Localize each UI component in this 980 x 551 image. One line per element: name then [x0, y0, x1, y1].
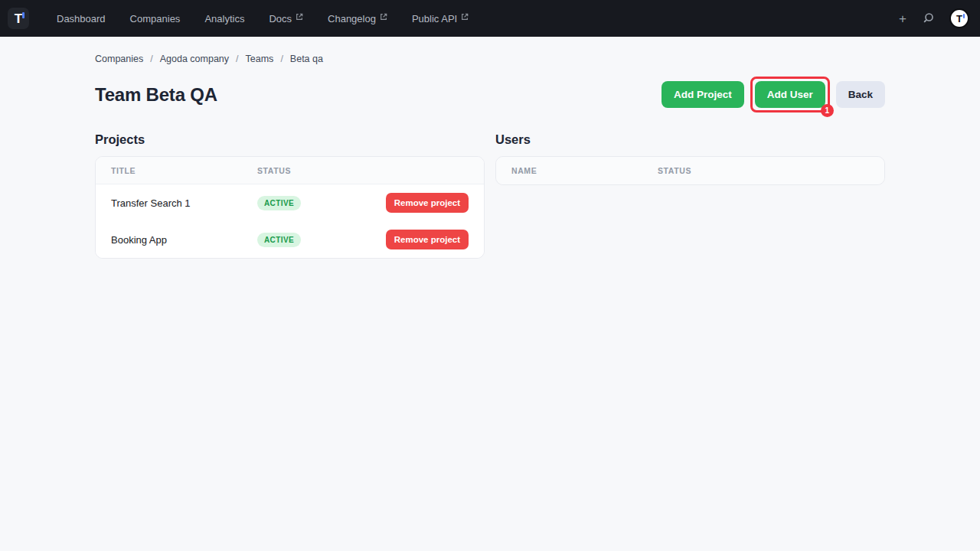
breadcrumb: Companies / Agoda company / Teams / Beta… [95, 54, 885, 64]
top-navbar: T Dashboard Companies Analytics Docs Cha… [0, 0, 980, 37]
table-row: Booking App ACTIVE Remove project [96, 221, 484, 258]
annotation-highlight-box: Add User 1 [750, 77, 830, 112]
breadcrumb-agoda-company[interactable]: Agoda company [160, 54, 229, 64]
project-status-cell: ACTIVE [257, 232, 386, 247]
project-title: Transfer Search 1 [96, 197, 257, 209]
nav-item-label: Docs [269, 13, 292, 24]
project-title: Booking App [96, 234, 257, 246]
breadcrumb-separator: / [280, 54, 283, 64]
projects-column-status: Status [257, 166, 484, 175]
nav-item-changelog[interactable]: Changelog [328, 13, 387, 24]
project-action-cell: Remove project [386, 230, 484, 249]
add-user-button[interactable]: Add User [755, 81, 825, 108]
search-icon[interactable] [922, 12, 934, 24]
users-heading: Users [495, 132, 885, 147]
external-link-icon [296, 13, 303, 21]
nav-item-label: Dashboard [57, 13, 106, 24]
breadcrumb-companies[interactable]: Companies [95, 54, 143, 64]
users-section: Users Name Status [495, 132, 885, 259]
project-action-cell: Remove project [386, 193, 484, 213]
nav-item-dashboard[interactable]: Dashboard [57, 13, 106, 24]
breadcrumb-separator: / [236, 54, 238, 64]
app-logo[interactable]: T [8, 8, 29, 29]
external-link-icon [380, 13, 387, 21]
external-link-icon [461, 13, 469, 21]
users-table: Name Status [495, 156, 885, 185]
breadcrumb-separator: / [150, 54, 152, 64]
user-avatar[interactable]: T [949, 8, 969, 28]
projects-table-header: Title Status [96, 157, 484, 184]
users-table-header: Name Status [496, 157, 884, 184]
logo-letter: T [15, 12, 22, 25]
add-project-button[interactable]: Add Project [662, 81, 744, 108]
status-badge: ACTIVE [257, 196, 301, 210]
projects-section: Projects Title Status Transfer Search 1 … [95, 132, 485, 259]
remove-project-button[interactable]: Remove project [386, 230, 469, 249]
page-actions: Add Project Add User 1 Back [662, 77, 885, 112]
nav-item-label: Companies [130, 13, 181, 24]
nav-item-label: Public API [412, 13, 457, 24]
back-button[interactable]: Back [836, 81, 885, 108]
breadcrumb-teams[interactable]: Teams [246, 54, 274, 64]
avatar-accent [963, 14, 965, 18]
plus-icon[interactable]: + [899, 12, 906, 25]
navbar-right: + T [899, 8, 969, 28]
remove-project-button[interactable]: Remove project [386, 193, 469, 213]
nav-item-label: Analytics [204, 13, 244, 24]
projects-table: Title Status Transfer Search 1 ACTIVE Re… [95, 156, 485, 259]
projects-column-title: Title [96, 166, 257, 175]
projects-heading: Projects [95, 132, 485, 147]
annotation-step-badge: 1 [821, 104, 834, 117]
nav-item-public-api[interactable]: Public API [412, 13, 469, 24]
table-row: Transfer Search 1 ACTIVE Remove project [96, 184, 484, 221]
content-columns: Projects Title Status Transfer Search 1 … [95, 132, 885, 259]
nav-item-analytics[interactable]: Analytics [204, 13, 244, 24]
nav-item-label: Changelog [328, 13, 376, 24]
users-column-status: Status [658, 166, 884, 175]
nav-item-docs[interactable]: Docs [269, 13, 303, 24]
logo-accent [22, 12, 24, 18]
page-title: Team Beta QA [95, 84, 217, 106]
title-row: Team Beta QA Add Project Add User 1 Back [95, 77, 885, 112]
status-badge: ACTIVE [257, 233, 301, 247]
project-status-cell: ACTIVE [257, 195, 386, 210]
avatar-letter: T [956, 14, 962, 24]
main-nav: Dashboard Companies Analytics Docs Chang… [57, 13, 469, 24]
breadcrumb-beta-qa[interactable]: Beta qa [290, 54, 323, 64]
nav-item-companies[interactable]: Companies [130, 13, 181, 24]
users-column-name: Name [496, 166, 658, 175]
page-content: Companies / Agoda company / Teams / Beta… [95, 54, 885, 259]
